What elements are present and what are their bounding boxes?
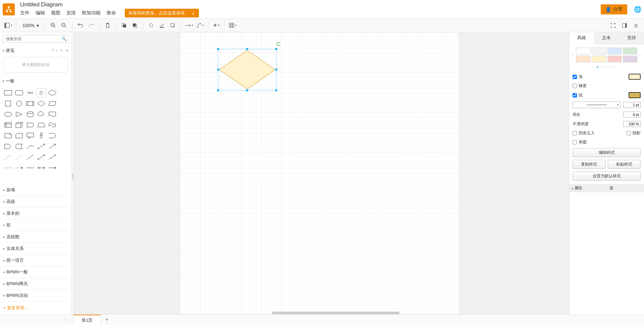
swatch-0[interactable] [576, 48, 590, 54]
fullscreen-button[interactable] [608, 21, 618, 30]
perimeter-input[interactable] [623, 112, 641, 118]
shape-and[interactable] [3, 142, 13, 151]
copy-style-button[interactable]: 复制样式 [573, 160, 606, 169]
scratchpad-dropzone[interactable]: 将元素拖到此处 [3, 57, 68, 73]
add-icon[interactable]: + [56, 48, 58, 53]
zoom-in-button[interactable] [49, 21, 58, 30]
tab-text[interactable]: 文本 [594, 32, 619, 44]
unsaved-warning[interactable]: 未保存的更改。点击这里保存。 ⭳ [125, 9, 199, 17]
swatch-4[interactable] [576, 56, 590, 62]
fill-color-button[interactable] [147, 21, 156, 30]
search-icon[interactable]: 🔍 [62, 37, 67, 41]
shape-dotted-line[interactable] [14, 152, 24, 162]
page-tab-1[interactable]: 第1页 [73, 315, 101, 325]
swatch-7[interactable] [623, 56, 637, 62]
shape-cylinder[interactable] [25, 110, 35, 119]
shape-ellipse[interactable] [47, 88, 57, 97]
shape-tape[interactable] [47, 120, 57, 130]
category-bpmn-activity[interactable]: ▸BPMN活动 [0, 289, 71, 301]
shadow-checkbox[interactable]: 阴影 [627, 130, 641, 136]
shape-rectangle[interactable] [3, 88, 13, 97]
set-default-button[interactable]: 设置为默认样式 [573, 172, 641, 181]
line-style-select[interactable] [573, 102, 621, 108]
shape-process[interactable] [25, 99, 35, 108]
left-splitter[interactable] [72, 32, 74, 314]
fill-color-chip[interactable] [629, 74, 641, 80]
swatch-prev[interactable]: ‹ [571, 52, 576, 58]
properties-header[interactable]: ▸属性 值 [569, 184, 644, 192]
shape-textbox[interactable]: Textbox [37, 88, 46, 97]
zoom-out-button[interactable] [59, 21, 69, 30]
shape-actor[interactable] [37, 131, 46, 140]
app-logo[interactable] [3, 3, 15, 15]
connection-button[interactable]: ▾ [184, 21, 194, 30]
shadow-button[interactable] [168, 21, 177, 30]
tab-style[interactable]: 风格 [569, 32, 594, 44]
swatch-next[interactable]: › [637, 52, 643, 58]
swatch-5[interactable] [592, 56, 606, 62]
share-button[interactable]: 👤 分享 [601, 4, 627, 14]
category-arrows[interactable]: ▸箭 [0, 219, 71, 231]
shape-dir-line[interactable] [47, 152, 57, 162]
resize-handle-ne[interactable] [275, 48, 278, 51]
shape-internal-storage[interactable] [3, 120, 13, 130]
redo-button[interactable] [87, 21, 96, 30]
shape-step[interactable] [25, 120, 35, 130]
edit-style-button[interactable]: 编辑样式 [573, 148, 641, 157]
resize-handle-e[interactable] [275, 68, 278, 71]
line-color-button[interactable] [157, 21, 167, 30]
waypoint-button[interactable]: ▾ [195, 21, 205, 30]
gradient-checkbox[interactable]: 梯度 [573, 83, 587, 89]
swatch-1[interactable] [592, 48, 606, 54]
resize-handle-n[interactable] [246, 48, 249, 51]
to-front-button[interactable] [119, 21, 129, 30]
help-icon[interactable]: ? [51, 48, 54, 53]
menu-edit[interactable]: 编辑 [36, 10, 45, 16]
shape-diamond-palette[interactable] [37, 99, 46, 108]
shape-triangle[interactable] [14, 110, 24, 119]
shape-hexagon[interactable] [3, 110, 13, 119]
shape-dashed-line[interactable] [3, 152, 13, 162]
category-basic[interactable]: ▸基本的 [0, 207, 71, 219]
menu-help[interactable]: 救命 [107, 10, 116, 16]
edit-icon[interactable]: ✎ [60, 48, 63, 53]
shape-callout[interactable] [25, 131, 35, 140]
shape-arrow[interactable] [47, 142, 57, 151]
shape-conn4[interactable] [37, 163, 46, 173]
general-shapes-header[interactable]: ▾一般 [0, 76, 71, 86]
table-button[interactable]: ▾ [228, 21, 237, 30]
menu-file[interactable]: 文件 [20, 10, 30, 16]
rounded-checkbox[interactable]: 四舍五入 [573, 130, 595, 136]
category-er[interactable]: ▸实体关系 [0, 243, 71, 254]
resize-handle-se[interactable] [275, 89, 278, 92]
line-color-chip[interactable] [629, 92, 641, 98]
category-bpmn-gateway[interactable]: ▸BPMN网关 [0, 278, 71, 289]
resize-handle-w[interactable] [217, 68, 220, 71]
rotate-handle[interactable] [276, 42, 281, 47]
line-width-input[interactable] [623, 102, 641, 108]
shape-conn5[interactable] [47, 163, 57, 173]
shape-conn1[interactable] [3, 163, 13, 173]
view-mode-button[interactable]: ▾ [3, 21, 13, 30]
swatch-3[interactable] [623, 48, 637, 54]
shape-conn3[interactable] [25, 163, 35, 173]
language-icon[interactable]: 🌐 [634, 6, 641, 13]
shape-circle[interactable] [14, 99, 24, 108]
line-checkbox[interactable]: 线 [573, 92, 583, 98]
resize-handle-s[interactable] [246, 89, 249, 92]
shape-conn2[interactable] [14, 163, 24, 173]
category-bpmn-general[interactable]: ▸BPMN一般 [0, 266, 71, 278]
shape-cube[interactable] [14, 120, 24, 130]
category-uml[interactable]: ▸统一语言 [0, 254, 71, 266]
shape-note[interactable] [3, 131, 13, 140]
document-title[interactable]: Untitled Diagram [20, 1, 601, 8]
shape-or[interactable] [47, 131, 57, 140]
menu-arrange[interactable]: 安排 [66, 10, 76, 16]
shape-square[interactable] [3, 99, 13, 108]
undo-button[interactable] [76, 21, 85, 30]
fill-checkbox[interactable]: 填 [573, 74, 583, 80]
shape-curve[interactable] [25, 142, 35, 151]
collapse-button[interactable] [631, 21, 641, 30]
zoom-selector[interactable]: 100%▾ [20, 23, 42, 28]
add-page-button[interactable]: + [101, 316, 113, 323]
